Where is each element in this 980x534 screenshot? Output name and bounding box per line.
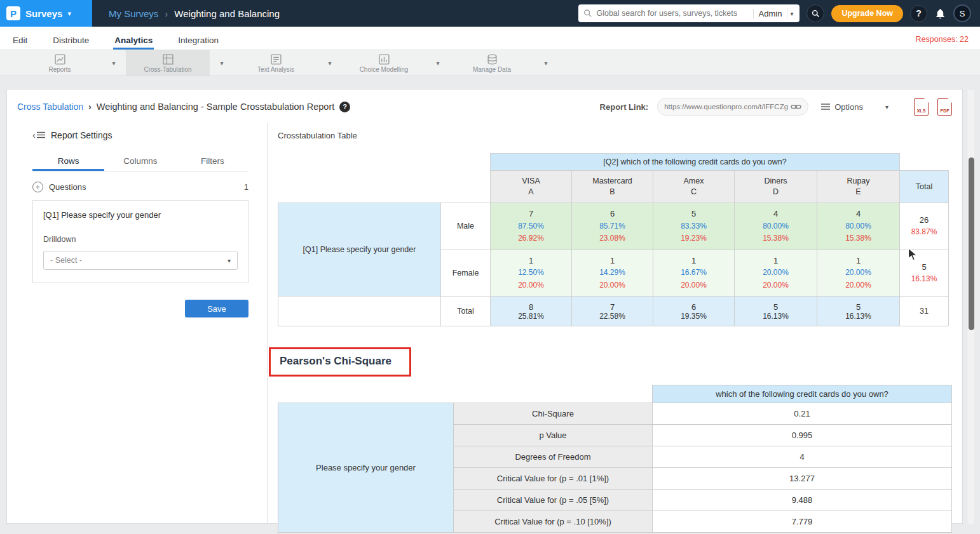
options-dropdown[interactable]: Options ▾ bbox=[817, 102, 905, 112]
settings-panel-title: Report Settings bbox=[51, 130, 112, 140]
nav-analytics[interactable]: Analytics bbox=[113, 30, 154, 50]
column-header: RupayE bbox=[817, 171, 900, 203]
totals-cell: 825.81% bbox=[491, 297, 572, 326]
data-cell: 120.00%20.00% bbox=[817, 250, 900, 297]
data-cell: 114.29%20.00% bbox=[572, 250, 653, 297]
caret-down-icon[interactable]: ▾ bbox=[787, 8, 794, 19]
row-question-cell: [Q1] Please specify your gender bbox=[278, 203, 441, 297]
crosstab-table: [Q2] which of the following credit cards… bbox=[278, 153, 949, 326]
tab-filters[interactable]: Filters bbox=[177, 150, 248, 171]
cross-tabulation-icon bbox=[162, 53, 174, 65]
nav-distribute[interactable]: Distribute bbox=[51, 30, 90, 50]
selected-question: [Q1] Please specify your gender bbox=[43, 210, 238, 220]
row-label: Female bbox=[441, 250, 491, 297]
manage-data-icon bbox=[486, 53, 498, 65]
export-pdf-button[interactable]: PDF bbox=[937, 98, 952, 116]
chevron-right-icon: › bbox=[165, 8, 168, 19]
caret-down-icon[interactable]: ▾ bbox=[426, 50, 450, 76]
column-header: DinersD bbox=[735, 171, 817, 203]
questionpro-logo: P bbox=[6, 6, 20, 20]
row-label: Male bbox=[441, 203, 491, 250]
notifications-bell-icon[interactable] bbox=[934, 8, 946, 20]
toolbar-manage-data[interactable]: Manage Data bbox=[450, 50, 534, 76]
crosstab-totals-row: Total 825.81% 722.58% 619.35% 516.13% 51… bbox=[278, 297, 949, 326]
data-cell: 112.50%20.00% bbox=[491, 250, 572, 297]
drilldown-label: Drilldown bbox=[43, 235, 238, 244]
caret-down-icon[interactable]: ▾ bbox=[102, 50, 126, 76]
scrollbar-thumb[interactable] bbox=[969, 157, 974, 330]
toolbar-reports[interactable]: Reports bbox=[18, 50, 102, 76]
upgrade-now-button[interactable]: Upgrade Now bbox=[831, 5, 903, 22]
search-input[interactable] bbox=[596, 9, 752, 18]
report-link-label: Report Link: bbox=[600, 102, 649, 112]
caret-down-icon[interactable]: ▾ bbox=[318, 50, 342, 76]
breadcrumb: My Surveys › Weighting and Balancing bbox=[109, 8, 280, 19]
product-switcher[interactable]: P Surveys ▾ bbox=[0, 0, 92, 27]
collapse-panel-icon[interactable]: ‹ bbox=[32, 130, 45, 140]
drilldown-select[interactable]: - Select - ▾ bbox=[43, 251, 238, 270]
totals-cell: 619.35% bbox=[653, 297, 735, 326]
breadcrumb-my-surveys[interactable]: My Surveys bbox=[109, 8, 158, 19]
tab-rows[interactable]: Rows bbox=[32, 150, 104, 171]
toolbar-text-analysis[interactable]: Text Analysis bbox=[234, 50, 318, 76]
report-title: Weighting and Balancing - Sample Crossta… bbox=[97, 102, 335, 112]
cross-tabulation-link[interactable]: Cross Tabulation bbox=[17, 102, 83, 112]
grand-total-cell: 31 bbox=[900, 297, 949, 326]
report-main: Crosstabulation Table [Q2] which of the … bbox=[268, 123, 962, 524]
help-button[interactable]: ? bbox=[910, 5, 927, 22]
search-icon bbox=[583, 9, 592, 18]
survey-nav: Edit Distribute Analytics Integration Re… bbox=[0, 27, 980, 50]
total-column-header: Total bbox=[900, 171, 949, 203]
help-icon[interactable]: ? bbox=[339, 102, 350, 112]
nav-edit[interactable]: Edit bbox=[11, 30, 29, 50]
row-total-cell: 516.13% bbox=[900, 250, 949, 297]
chi-value: 0.995 bbox=[653, 425, 952, 446]
questions-label: Questions bbox=[49, 182, 86, 192]
user-avatar[interactable]: S bbox=[953, 4, 971, 22]
save-button[interactable]: Save bbox=[185, 300, 248, 317]
report-url-input[interactable] bbox=[664, 103, 791, 110]
choice-modelling-icon bbox=[378, 53, 390, 65]
column-header: MastercardB bbox=[572, 171, 653, 203]
vertical-scrollbar[interactable] bbox=[967, 90, 974, 524]
tab-columns[interactable]: Columns bbox=[104, 150, 176, 171]
advanced-search-button[interactable] bbox=[806, 4, 824, 22]
totals-cell: 516.13% bbox=[735, 297, 817, 326]
chi-row: Please specify your gender Chi-Square 0.… bbox=[278, 403, 952, 425]
row-total-cell: 2683.87% bbox=[900, 203, 949, 250]
crosstab-header-row: VISAA MastercardB AmexC DinersD RupayE T… bbox=[278, 171, 949, 203]
data-cell: 583.33%19.23% bbox=[653, 203, 735, 250]
link-icon[interactable] bbox=[791, 102, 801, 112]
topbar-actions: Admin ▾ Upgrade Now ? S bbox=[578, 4, 980, 22]
crosstab-section-title: Crosstabulation Table bbox=[278, 131, 962, 140]
data-cell: 116.67%20.00% bbox=[653, 250, 735, 297]
report-settings-panel: ‹ Report Settings Rows Columns Filters +… bbox=[7, 123, 268, 524]
caret-down-icon[interactable]: ▾ bbox=[210, 50, 234, 76]
analytics-toolbar: Reports ▾ Cross-Tabulation ▾ Text Analys… bbox=[0, 50, 980, 76]
list-icon bbox=[821, 103, 830, 110]
column-header: VISAA bbox=[491, 171, 572, 203]
caret-down-icon: ▾ bbox=[67, 10, 71, 18]
chi-value: 4 bbox=[653, 446, 952, 468]
data-cell: 787.50%26.92% bbox=[491, 203, 572, 250]
caret-down-icon[interactable]: ▾ bbox=[534, 50, 558, 76]
toolbar-choice-modelling[interactable]: Choice Modelling bbox=[342, 50, 426, 76]
chi-value: 13.277 bbox=[653, 468, 952, 490]
nav-integration[interactable]: Integration bbox=[177, 30, 220, 50]
search-scope-admin[interactable]: Admin bbox=[753, 9, 787, 18]
export-xls-button[interactable]: XLS bbox=[914, 98, 929, 116]
settings-tabs: Rows Columns Filters bbox=[32, 150, 248, 171]
toolbar-cross-tabulation[interactable]: Cross-Tabulation bbox=[126, 50, 210, 76]
add-question-icon[interactable]: + bbox=[32, 182, 43, 192]
data-cell: 480.00%15.38% bbox=[817, 203, 900, 250]
totals-cell: 516.13% bbox=[817, 297, 900, 326]
caret-down-icon: ▾ bbox=[885, 103, 888, 110]
chevron-right-icon: › bbox=[88, 102, 92, 112]
questions-count: 1 bbox=[244, 182, 248, 192]
data-cell: 120.00%20.00% bbox=[735, 250, 817, 297]
global-search: Admin ▾ bbox=[578, 4, 800, 22]
totals-cell: 722.58% bbox=[572, 297, 653, 326]
product-name: Surveys bbox=[25, 8, 62, 19]
data-cell: 480.00%15.38% bbox=[735, 203, 817, 250]
text-analysis-icon bbox=[270, 53, 282, 65]
